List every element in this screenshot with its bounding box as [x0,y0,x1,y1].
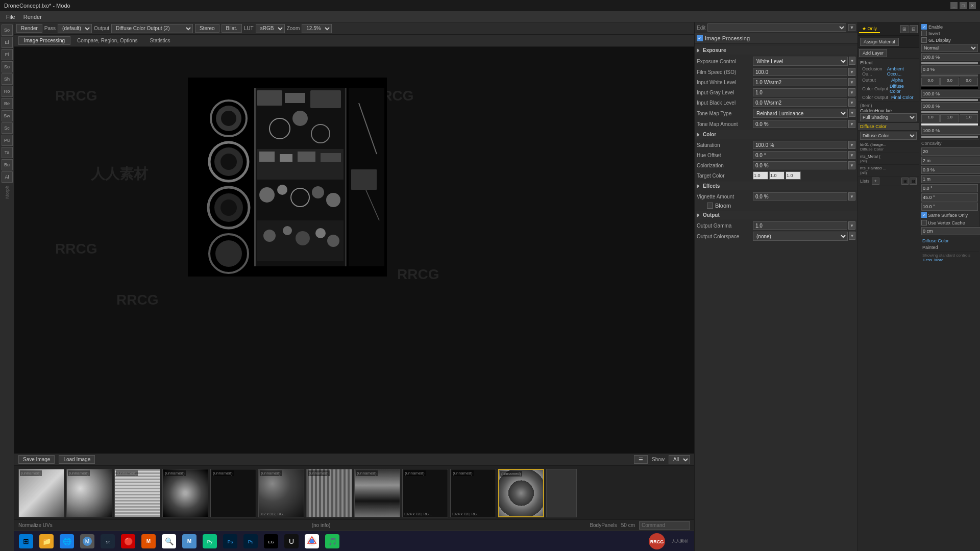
tab-statistics[interactable]: Statistics [144,36,176,45]
output-section-header[interactable]: Output [695,211,857,219]
tone-map-type-dropdown[interactable]: Reinhard Luminance [753,109,848,118]
vignette-value[interactable]: 0.0 % [753,192,847,201]
saturation-btn[interactable]: ▼ [848,141,855,149]
save-image-button[interactable]: Save Image [18,455,55,464]
same-surface-checkbox[interactable]: ✓ [921,212,927,218]
tool-el[interactable]: El [2,37,13,48]
stereo-btn[interactable]: Stereo [195,24,219,33]
render-button[interactable]: Render [16,24,42,33]
strip-item-6[interactable]: (unnamed) 312 x 312, RG... [258,469,304,517]
input-white-btn[interactable]: ▼ [848,78,855,86]
tool-scale[interactable]: Sc [2,122,13,134]
angle3-input[interactable] [921,203,978,211]
input-gray-btn[interactable]: ▼ [848,88,855,96]
angle2-input[interactable] [921,193,978,202]
concavity-val3[interactable] [921,166,980,174]
tone-map-type-btn[interactable]: ▼ [849,109,855,117]
lists-add-btn[interactable]: + [872,178,879,185]
offset-input[interactable] [921,65,980,73]
tool-align[interactable]: Al [2,171,13,183]
tab-image-processing[interactable]: Image Processing [18,36,70,45]
output-dropdown[interactable]: Diffuse Color Output (2) [111,24,193,33]
tone-map-amount-btn[interactable]: ▼ [848,120,855,128]
strip-item-2[interactable]: (unnamed) [66,469,112,517]
shader-option-dropdown[interactable]: Full Shading [860,113,917,121]
taskbar-browser[interactable]: 🌐 [57,532,77,550]
exposure-control-btn[interactable]: ▼ [849,57,855,65]
tab-compare[interactable]: Compare, Region, Options [71,36,143,45]
vertex-cache-checkbox[interactable] [921,220,927,226]
pct2-slider[interactable] [921,111,978,113]
tool-ta[interactable]: Ta [2,147,13,158]
color2-slider[interactable] [921,123,978,126]
color-swatch-r[interactable]: 1.0 [753,171,768,180]
bloom-checkbox[interactable] [707,203,713,209]
offset-slider[interactable] [921,74,978,77]
strip-item-4[interactable]: (unnamed) [162,469,208,517]
taskbar-steam[interactable]: St [98,532,117,550]
edit-arrow-btn[interactable]: ▼ [848,24,855,31]
gl-display-checkbox[interactable] [921,37,927,43]
taskbar-files[interactable]: 📁 [37,532,56,550]
pct3-input[interactable] [921,127,980,135]
maximize-button[interactable]: □ [960,2,967,9]
pct2-input[interactable] [921,102,980,110]
tool-soft[interactable]: So [2,61,13,72]
tone-map-amount-value[interactable]: 0.0 % [753,120,847,128]
input-black-value[interactable]: 0.0 W/srm2 [753,98,847,107]
vignette-btn[interactable]: ▼ [848,192,855,201]
strip-item-8[interactable]: (unnamed) [354,469,400,517]
load-image-button[interactable]: Load Image [59,455,95,464]
taskbar-epic[interactable]: EG [261,532,281,550]
strip-item-5[interactable]: (unnamed) [210,469,256,517]
input-white-value[interactable]: 1.0 W/srm2 [753,78,847,86]
strip-item-1[interactable]: (unnamed) [18,469,64,517]
pct3-slider[interactable] [921,136,978,138]
taskbar-ue[interactable]: U [282,532,301,550]
layer-ldr01[interactable]: ldr01 (Image... Diffuse Color [858,141,919,153]
tool-sw[interactable]: Sw [2,110,13,121]
opacity-slider[interactable] [921,62,978,64]
zoom-dropdown[interactable]: 12.5% [302,24,332,33]
concavity-val1[interactable] [921,147,980,156]
color2-b[interactable]: 1.0 [960,114,978,122]
taskbar-modo2[interactable]: M [180,532,199,550]
lut-dropdown[interactable]: sRGB [256,24,285,33]
taskbar-ps2[interactable]: Ps [241,532,260,550]
taskbar-spotify[interactable]: 🎵 [323,532,342,550]
more-link[interactable]: More [934,258,943,262]
taskbar-ps[interactable]: Ps [220,532,240,550]
color-swatch-b[interactable]: 1.0 [786,171,801,180]
add-layer-button[interactable]: Add Layer [859,49,887,57]
close-button[interactable]: ✕ [969,2,976,9]
color1-b[interactable]: 0.0 [960,78,978,86]
assign-material-button[interactable]: Assign Material [860,38,899,46]
tool-soul[interactable]: So [2,24,13,36]
film-speed-btn[interactable]: ▼ [848,68,855,76]
tool-rotate[interactable]: Ro [2,86,13,97]
diffuse-color-dropdown[interactable]: Diffuse Color [860,132,917,140]
taskbar-marmoset[interactable]: M [139,532,158,550]
input-gray-value[interactable]: 1.0 [753,88,847,96]
pass-dropdown[interactable]: (default) [58,24,92,33]
concavity-val2[interactable] [921,157,980,165]
taskbar-red[interactable]: 🔴 [118,532,138,550]
concavity-val4[interactable] [921,175,980,183]
edit-dropdown[interactable] [707,23,846,32]
strip-item-7[interactable]: (unnamed) [306,469,352,517]
angle1-input[interactable] [921,184,978,192]
opacity-input[interactable] [921,53,980,61]
layer-nts-metal[interactable]: nts_Metal ( (all) [858,153,919,165]
show-dropdown[interactable]: All [669,455,690,464]
hue-offset-btn[interactable]: ▼ [848,151,855,159]
output-gamma-value[interactable]: 1.0 [753,221,847,230]
command-input[interactable] [639,521,690,530]
input-black-btn[interactable]: ▼ [848,98,855,107]
pct1-input[interactable] [921,90,980,98]
tool-flex[interactable]: Fl [2,49,13,60]
blend-mode-dropdown[interactable]: Normal [921,44,978,52]
distance-input[interactable] [921,227,980,235]
mat-tab-only[interactable]: ★ Only [859,25,880,33]
mat-icon-btn-2[interactable]: ⊟ [910,25,918,33]
minimize-button[interactable]: _ [950,2,958,9]
